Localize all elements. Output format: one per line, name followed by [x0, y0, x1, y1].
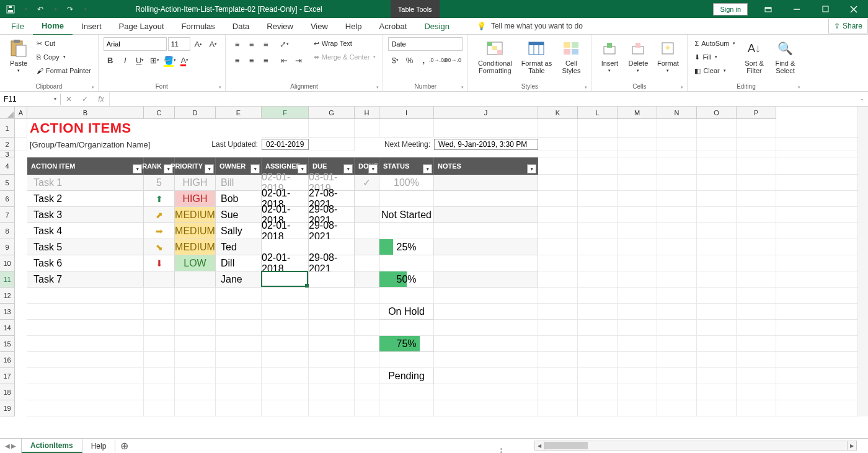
table-cell-rank[interactable]: ➡	[144, 223, 175, 239]
font-color-button[interactable]: A▾	[178, 53, 192, 67]
table-cell-rank[interactable]: ⬇	[144, 255, 175, 271]
column-header[interactable]: G	[309, 107, 355, 118]
column-header[interactable]: F	[262, 107, 309, 118]
column-header[interactable]: O	[697, 107, 737, 118]
row-header[interactable]: 15	[0, 336, 14, 352]
decrease-indent-icon[interactable]: ⇤	[278, 53, 291, 67]
formula-input[interactable]	[110, 98, 856, 100]
format-as-table-button[interactable]: Format as Table	[519, 37, 554, 76]
column-header[interactable]: L	[578, 107, 618, 118]
filter-icon[interactable]: ▾	[205, 164, 214, 174]
filter-icon[interactable]: ▾	[368, 164, 378, 174]
table-cell-rank[interactable]	[144, 271, 175, 288]
table-cell-rank[interactable]: 5	[144, 175, 175, 191]
table-cell-item[interactable]: Task 7	[27, 271, 144, 288]
table-cell-priority[interactable]: MEDIUM	[175, 207, 216, 223]
row-header[interactable]: 2	[0, 138, 14, 151]
table-cell-rank[interactable]: ⬈	[144, 207, 175, 223]
tab-file[interactable]: File	[2, 18, 33, 35]
table-cell-notes[interactable]	[434, 207, 538, 223]
table-cell-rank[interactable]: ⬆	[144, 191, 175, 207]
column-header[interactable]: H	[355, 107, 379, 118]
table-cell-priority[interactable]: LOW	[175, 255, 216, 271]
tab-formulas[interactable]: Formulas	[173, 18, 224, 35]
table-cell-owner[interactable]: Bob	[216, 191, 262, 207]
column-header[interactable]: D	[175, 107, 216, 118]
column-header[interactable]: I	[379, 107, 434, 118]
filter-icon[interactable]: ▾	[250, 164, 260, 174]
accounting-format-icon[interactable]: $▾	[388, 53, 402, 67]
table-cell-owner[interactable]: Jane	[216, 271, 262, 288]
table-header[interactable]: PRIORITY▾	[175, 157, 216, 175]
table-cell-owner[interactable]: Ted	[216, 239, 262, 255]
table-cell-done[interactable]	[355, 255, 379, 271]
conditional-formatting-button[interactable]: Conditional Formatting	[473, 37, 516, 76]
decrease-font-icon[interactable]: A▾	[206, 37, 220, 51]
fx-icon[interactable]: fx	[93, 92, 109, 106]
increase-font-icon[interactable]: A▴	[192, 37, 205, 51]
name-box[interactable]: F11▾	[0, 94, 61, 105]
table-cell-priority[interactable]: MEDIUM	[175, 239, 216, 255]
format-painter-button[interactable]: 🖌Format Painter	[35, 64, 93, 77]
table-cell-owner[interactable]: Dill	[216, 255, 262, 271]
table-header[interactable]: STATUS▾	[379, 157, 434, 175]
column-header[interactable]: B	[27, 107, 144, 118]
autosum-button[interactable]: ΣAutoSum▾	[693, 37, 737, 50]
row-header[interactable]: 5	[0, 175, 14, 191]
sort-filter-button[interactable]: A↓Sort & Filter	[740, 37, 768, 76]
table-cell-status[interactable]: 100%	[379, 175, 434, 191]
fill-color-button[interactable]: 🪣▾	[163, 53, 177, 67]
sheet-tab-help[interactable]: Help	[82, 440, 116, 452]
table-cell-notes[interactable]	[434, 255, 538, 271]
maximize-icon[interactable]	[811, 0, 839, 18]
table-cell-notes[interactable]	[434, 223, 538, 239]
table-cell-status[interactable]: 75%	[379, 336, 434, 352]
sheet-tab-active[interactable]: ActionItems	[22, 439, 82, 453]
save-icon[interactable]	[4, 2, 17, 16]
filter-icon[interactable]: ▾	[133, 164, 142, 174]
table-cell-assigned[interactable]	[262, 271, 309, 288]
tab-help[interactable]: Help	[337, 18, 371, 35]
find-select-button[interactable]: 🔍Find & Select	[771, 37, 799, 76]
expand-formula-bar[interactable]: ⌄	[856, 96, 868, 102]
row-header[interactable]: 3	[0, 151, 14, 157]
align-middle-icon[interactable]: ≡	[245, 37, 259, 51]
sign-in-button[interactable]: Sign in	[713, 3, 748, 15]
row-header[interactable]: 12	[0, 288, 14, 304]
row-header[interactable]: 10	[0, 255, 14, 271]
row-header[interactable]: 6	[0, 191, 14, 207]
table-cell-status[interactable]: 50%	[379, 271, 434, 288]
column-header[interactable]: E	[216, 107, 262, 118]
format-cells-button[interactable]: Format▾	[653, 37, 682, 74]
tab-home[interactable]: Home	[33, 17, 73, 35]
table-cell-status[interactable]: Not Started	[379, 207, 434, 223]
table-cell-owner[interactable]: Sally	[216, 223, 262, 239]
table-cell-item[interactable]: Task 3	[27, 207, 144, 223]
tab-view[interactable]: View	[302, 18, 337, 35]
delete-cells-button[interactable]: Delete▾	[625, 37, 651, 74]
increase-indent-icon[interactable]: ⇥	[292, 53, 306, 67]
paste-button[interactable]: Paste ▾	[5, 37, 32, 74]
grid[interactable]: ACTION ITEMS[Group/Team/Organization Nam…	[15, 119, 868, 416]
table-cell-priority[interactable]	[175, 271, 216, 288]
insert-cells-button[interactable]: Insert▾	[596, 37, 622, 74]
table-cell-notes[interactable]	[434, 271, 538, 288]
table-cell-item[interactable]: Task 5	[27, 239, 144, 255]
table-cell-done[interactable]	[355, 191, 379, 207]
table-cell-due[interactable]: 29-08-2021	[309, 223, 355, 239]
row-header[interactable]: 8	[0, 223, 14, 239]
table-cell-status[interactable]: On Hold	[379, 304, 434, 320]
table-header[interactable]: DONE▾	[355, 157, 379, 175]
orientation-icon[interactable]: ⤢▾	[278, 37, 291, 51]
percent-format-icon[interactable]: %	[402, 53, 416, 67]
row-header[interactable]: 11	[0, 271, 14, 288]
column-header[interactable]: K	[538, 107, 578, 118]
redo-dropdown[interactable]	[78, 2, 92, 16]
row-header[interactable]: 1	[0, 119, 14, 138]
table-cell-notes[interactable]	[434, 175, 538, 191]
row-header[interactable]: 17	[0, 368, 14, 384]
share-button[interactable]: ⇪ Share	[828, 19, 868, 33]
table-cell-status[interactable]: Pending	[379, 368, 434, 384]
undo-icon[interactable]: ↶	[33, 2, 47, 16]
filter-icon[interactable]: ▾	[423, 164, 432, 174]
